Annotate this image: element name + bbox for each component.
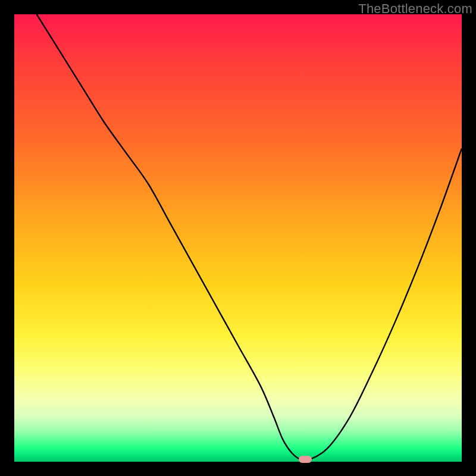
optimal-point-marker [299, 456, 312, 463]
bottleneck-curve-path [37, 14, 462, 461]
curve-svg [14, 14, 462, 462]
chart-frame: TheBottleneck.com [0, 0, 476, 476]
plot-area [14, 14, 462, 462]
